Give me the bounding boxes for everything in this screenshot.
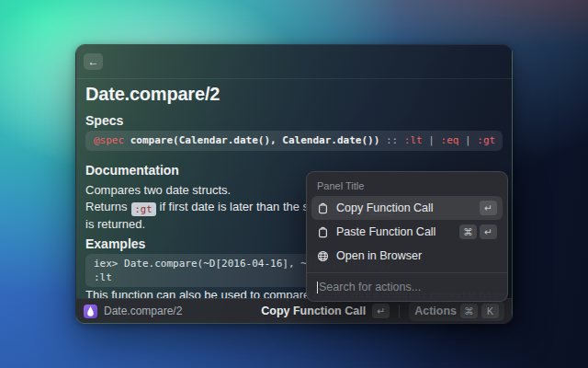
back-button[interactable]: ← [84, 53, 103, 70]
spec-token: compare(Calendar.date(), Calendar.date()… [130, 134, 380, 146]
popup-item-label: Paste Function Call [336, 225, 435, 238]
spec-token: :eq [441, 134, 459, 146]
spec-token: :lt [404, 134, 423, 146]
command-key-badge: ⌘ [459, 224, 477, 239]
page-title: Date.compare/2 [85, 84, 220, 105]
back-arrow-icon: ← [88, 55, 99, 68]
spec-code-block: @spec compare(Calendar.date(), Calendar.… [85, 131, 503, 151]
footer-context-label: Date.compare/2 [104, 305, 182, 317]
k-key-badge: K [481, 304, 499, 318]
clipboard-icon [317, 202, 329, 214]
globe-icon [317, 250, 329, 262]
clipboard-icon [317, 226, 329, 238]
return-key-badge: ↵ [372, 304, 390, 318]
return-key-badge: ↵ [480, 201, 497, 215]
popup-item-keys: ↵ [480, 201, 497, 215]
spec-token: :: [379, 134, 404, 146]
popup-item-paste-function-call[interactable]: Paste Function Call ⌘ ↵ [311, 220, 503, 244]
doc-text: Returns [85, 200, 128, 213]
spec-token: | [423, 134, 441, 146]
primary-action-button[interactable]: Copy Function Call [261, 305, 366, 317]
popup-title: Panel Title [307, 177, 507, 196]
elixir-drop-icon [84, 305, 97, 318]
command-key-badge: ⌘ [460, 304, 478, 318]
footer-divider [399, 305, 400, 317]
actions-label: Actions [414, 305, 457, 317]
actions-search-input[interactable]: Search for actions... [307, 273, 507, 301]
actions-popup-panel: Panel Title Copy Function Call ↵ Paste F… [306, 171, 508, 302]
popup-item-label: Copy Function Call [336, 201, 434, 214]
popup-item-label: Open in Browser [336, 249, 422, 262]
popup-item-keys: ⌘ ↵ [459, 224, 497, 239]
specs-heading: Specs [85, 113, 123, 128]
text-caret [317, 282, 318, 293]
spec-token: :gt [477, 134, 495, 146]
examples-heading: Examples [85, 236, 145, 251]
popup-item-copy-function-call[interactable]: Copy Function Call ↵ [311, 196, 503, 220]
footer-bar: Date.compare/2 Copy Function Call ↵ Acti… [76, 298, 512, 323]
inline-code-gt: :gt [131, 202, 156, 216]
spec-token: | [458, 134, 477, 146]
search-placeholder: Search for actions... [319, 281, 421, 293]
return-key-badge: ↵ [480, 224, 497, 239]
spec-token: @spec [94, 134, 130, 146]
actions-button[interactable]: Actions ⌘ K [409, 301, 504, 321]
documentation-heading: Documentation [85, 163, 179, 178]
window-header: ← [76, 45, 512, 79]
popup-item-open-in-browser[interactable]: Open in Browser [311, 244, 503, 268]
